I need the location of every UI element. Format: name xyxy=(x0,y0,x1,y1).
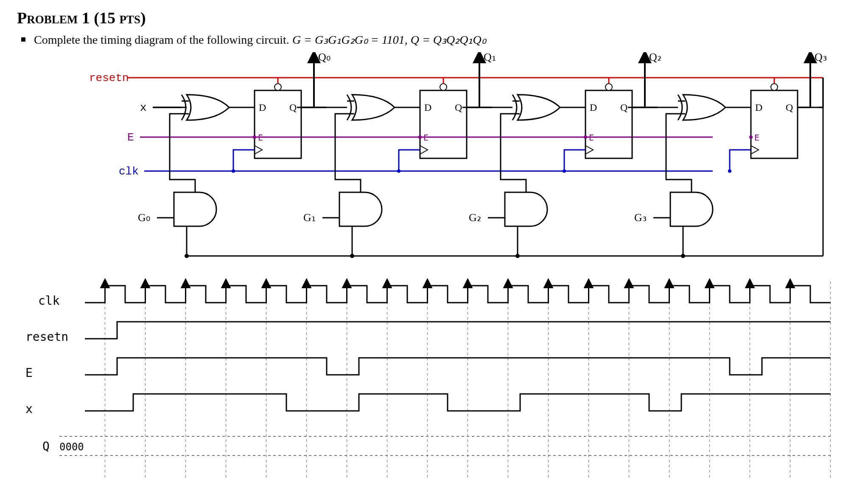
problem-title: Problem 1 (15 pts) xyxy=(17,8,851,27)
svg-text:D: D xyxy=(424,102,431,113)
svg-text:resetn: resetn xyxy=(25,330,68,344)
svg-text:Q₂: Q₂ xyxy=(649,52,661,63)
svg-point-36 xyxy=(397,169,400,173)
problem-statement-line: Complete the timing diagram of the follo… xyxy=(17,31,851,48)
svg-point-70 xyxy=(771,84,778,90)
svg-point-81 xyxy=(681,254,685,258)
svg-text:E: E xyxy=(258,132,263,143)
svg-point-43 xyxy=(350,254,354,258)
svg-text:G₁: G₁ xyxy=(303,211,316,224)
svg-point-55 xyxy=(563,169,566,173)
E-label: E xyxy=(127,131,134,144)
svg-text:clk: clk xyxy=(38,294,60,308)
svg-text:D: D xyxy=(755,102,762,113)
svg-point-51 xyxy=(605,84,612,90)
svg-text:x: x xyxy=(25,402,33,416)
svg-rect-9 xyxy=(255,90,301,158)
svg-text:Q₃: Q₃ xyxy=(815,52,827,63)
svg-text:Q: Q xyxy=(786,102,793,113)
svg-text:Q₀: Q₀ xyxy=(318,52,330,63)
svg-point-32 xyxy=(440,84,447,90)
svg-text:Q: Q xyxy=(42,439,50,453)
svg-text:Q: Q xyxy=(620,102,627,113)
resetn-label: resetn xyxy=(89,72,129,84)
svg-rect-28 xyxy=(420,90,467,158)
clk-label: clk xyxy=(119,165,139,178)
svg-rect-47 xyxy=(585,90,632,158)
statement-equation: G = G₃G₁G₂G₀ = 1101, Q = Q₃Q₂Q₁Q₀ xyxy=(292,33,486,46)
svg-text:G₂: G₂ xyxy=(469,211,481,224)
svg-text:E: E xyxy=(25,366,33,380)
svg-point-54 xyxy=(584,135,587,139)
svg-text:E: E xyxy=(754,132,759,143)
svg-point-74 xyxy=(728,169,731,173)
svg-point-17 xyxy=(232,169,235,173)
svg-rect-66 xyxy=(751,90,798,158)
circuit-diagram: resetn x E clk DQEQ₀G₀DQEQ₁G₁DQEQ₂G₂DQEQ… xyxy=(17,52,848,273)
svg-text:G₀: G₀ xyxy=(138,211,150,224)
svg-point-16 xyxy=(253,135,256,139)
svg-text:E: E xyxy=(589,132,594,143)
svg-text:E: E xyxy=(423,132,428,143)
svg-text:0000: 0000 xyxy=(59,441,84,453)
timing-diagram: clkresetnExQ0000 xyxy=(17,273,848,494)
svg-text:G₃: G₃ xyxy=(634,211,647,224)
bullet-icon xyxy=(21,37,25,42)
statement-intro: Complete the timing diagram of the follo… xyxy=(34,33,292,46)
problem-page: Problem 1 (15 pts) Complete the timing d… xyxy=(0,0,868,503)
svg-point-13 xyxy=(274,84,281,90)
x-label: x xyxy=(140,101,147,114)
svg-point-35 xyxy=(418,135,422,139)
svg-point-24 xyxy=(185,254,189,258)
svg-point-73 xyxy=(749,135,753,139)
svg-text:Q₁: Q₁ xyxy=(484,52,496,63)
svg-text:D: D xyxy=(259,102,266,113)
svg-text:D: D xyxy=(590,102,597,113)
svg-text:Q: Q xyxy=(455,102,462,113)
svg-point-62 xyxy=(515,254,520,258)
problem-statement: Complete the timing diagram of the follo… xyxy=(34,31,486,48)
svg-text:Q: Q xyxy=(289,102,297,113)
